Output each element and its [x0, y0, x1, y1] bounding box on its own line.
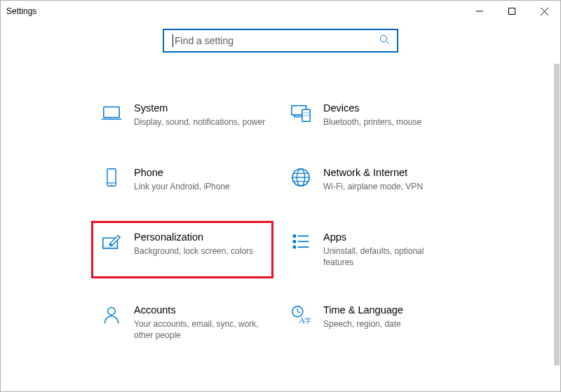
svg-rect-6	[104, 107, 120, 118]
svg-point-13	[308, 112, 309, 114]
svg-rect-1	[509, 8, 515, 15]
svg-rect-26	[103, 246, 118, 249]
tile-network[interactable]: Network & Internet Wi-Fi, airplane mode,…	[280, 156, 463, 205]
tile-title: Phone	[134, 165, 230, 180]
tile-phone[interactable]: Phone Link your Android, iPhone	[91, 156, 273, 205]
tile-personalization[interactable]: Personalization Background, lock screen,…	[91, 221, 273, 278]
svg-line-5	[386, 41, 390, 45]
svg-point-11	[304, 112, 305, 114]
svg-point-14	[304, 115, 305, 116]
tile-desc: Speech, region, date	[323, 318, 403, 330]
tile-desc: Display, sound, notifications, power	[134, 116, 265, 128]
tile-desc: Background, lock screen, colors	[134, 245, 253, 257]
tile-desc: Bluetooth, printers, mouse	[323, 116, 421, 128]
tile-title: Network & Internet	[323, 165, 423, 180]
settings-grid: System Display, sound, notifications, po…	[1, 92, 553, 351]
svg-point-33	[108, 308, 116, 316]
tile-system[interactable]: System Display, sound, notifications, po…	[91, 92, 273, 141]
tile-accounts[interactable]: Accounts Your accounts, email, sync, wor…	[91, 294, 273, 351]
apps-icon	[288, 231, 313, 251]
maximize-button[interactable]	[496, 1, 528, 22]
text-caret	[173, 34, 173, 47]
svg-rect-27	[293, 234, 296, 237]
svg-text:字: 字	[304, 317, 311, 325]
titlebar: Settings	[1, 1, 560, 22]
minimize-button[interactable]	[464, 1, 496, 22]
phone-icon	[99, 167, 124, 188]
tile-devices[interactable]: Devices Bluetooth, printers, mouse	[280, 92, 463, 141]
svg-line-36	[297, 311, 300, 313]
tile-title: System	[134, 101, 265, 115]
personalization-icon	[99, 231, 124, 252]
tile-desc: Link your Android, iPhone	[134, 181, 230, 192]
svg-point-15	[306, 115, 307, 116]
svg-point-4	[380, 35, 386, 41]
svg-point-12	[306, 112, 307, 114]
tile-desc: Uninstall, defaults, optional features	[323, 245, 455, 268]
accounts-icon	[99, 304, 124, 325]
system-icon	[99, 102, 124, 123]
svg-point-19	[111, 184, 112, 185]
tile-apps[interactable]: Apps Uninstall, defaults, optional featu…	[280, 221, 463, 278]
tile-desc: Your accounts, email, sync, work, other …	[134, 318, 266, 341]
window-title: Settings	[6, 6, 36, 16]
close-button[interactable]	[528, 1, 560, 22]
search-icon	[379, 34, 390, 47]
svg-rect-17	[107, 169, 116, 187]
svg-rect-31	[293, 245, 296, 248]
scrollbar[interactable]	[554, 64, 560, 365]
network-icon	[288, 167, 313, 188]
tile-title: Devices	[323, 101, 421, 115]
svg-point-16	[308, 115, 309, 116]
search-placeholder: Find a setting	[175, 35, 379, 46]
svg-rect-29	[293, 240, 296, 243]
tile-title: Accounts	[134, 303, 266, 317]
tile-title: Apps	[323, 230, 455, 244]
tile-time-language[interactable]: A字 Time & Language Speech, region, date	[280, 294, 463, 351]
devices-icon	[288, 102, 313, 123]
tile-title: Personalization	[134, 230, 253, 244]
tile-desc: Wi-Fi, airplane mode, VPN	[323, 181, 423, 192]
tile-title: Time & Language	[323, 303, 403, 317]
search-input[interactable]: Find a setting	[163, 29, 398, 53]
time-language-icon: A字	[288, 304, 313, 325]
